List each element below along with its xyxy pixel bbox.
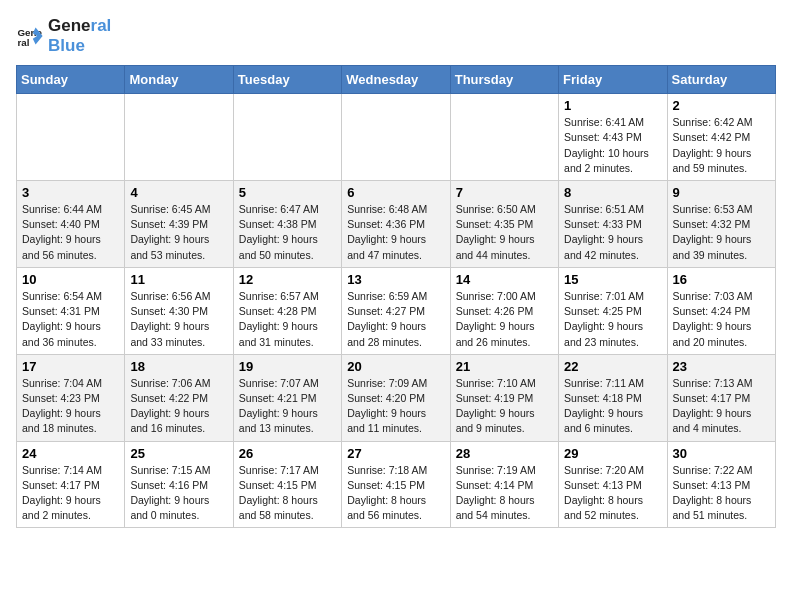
day-cell: 28Sunrise: 7:19 AM Sunset: 4:14 PM Dayli… [450, 441, 558, 528]
day-cell [450, 94, 558, 181]
day-cell: 30Sunrise: 7:22 AM Sunset: 4:13 PM Dayli… [667, 441, 775, 528]
day-info: Sunrise: 6:57 AM Sunset: 4:28 PM Dayligh… [239, 289, 336, 350]
day-info: Sunrise: 7:20 AM Sunset: 4:13 PM Dayligh… [564, 463, 661, 524]
logo-text-blue: Blue [48, 36, 111, 56]
day-cell: 22Sunrise: 7:11 AM Sunset: 4:18 PM Dayli… [559, 354, 667, 441]
day-cell: 4Sunrise: 6:45 AM Sunset: 4:39 PM Daylig… [125, 180, 233, 267]
day-number: 29 [564, 446, 661, 461]
calendar-header-row: SundayMondayTuesdayWednesdayThursdayFrid… [17, 66, 776, 94]
day-info: Sunrise: 7:18 AM Sunset: 4:15 PM Dayligh… [347, 463, 444, 524]
day-number: 6 [347, 185, 444, 200]
day-info: Sunrise: 6:54 AM Sunset: 4:31 PM Dayligh… [22, 289, 119, 350]
day-info: Sunrise: 6:45 AM Sunset: 4:39 PM Dayligh… [130, 202, 227, 263]
day-number: 16 [673, 272, 770, 287]
week-row-3: 10Sunrise: 6:54 AM Sunset: 4:31 PM Dayli… [17, 267, 776, 354]
day-info: Sunrise: 6:41 AM Sunset: 4:43 PM Dayligh… [564, 115, 661, 176]
day-info: Sunrise: 6:51 AM Sunset: 4:33 PM Dayligh… [564, 202, 661, 263]
day-header-sunday: Sunday [17, 66, 125, 94]
day-info: Sunrise: 7:04 AM Sunset: 4:23 PM Dayligh… [22, 376, 119, 437]
day-cell: 10Sunrise: 6:54 AM Sunset: 4:31 PM Dayli… [17, 267, 125, 354]
day-info: Sunrise: 6:53 AM Sunset: 4:32 PM Dayligh… [673, 202, 770, 263]
week-row-5: 24Sunrise: 7:14 AM Sunset: 4:17 PM Dayli… [17, 441, 776, 528]
day-cell: 8Sunrise: 6:51 AM Sunset: 4:33 PM Daylig… [559, 180, 667, 267]
day-cell [125, 94, 233, 181]
svg-text:ral: ral [17, 36, 29, 47]
logo-icon: Gene ral [16, 22, 44, 50]
day-cell: 26Sunrise: 7:17 AM Sunset: 4:15 PM Dayli… [233, 441, 341, 528]
day-number: 4 [130, 185, 227, 200]
calendar: SundayMondayTuesdayWednesdayThursdayFrid… [16, 65, 776, 528]
day-header-tuesday: Tuesday [233, 66, 341, 94]
day-cell [233, 94, 341, 181]
day-number: 26 [239, 446, 336, 461]
day-cell: 23Sunrise: 7:13 AM Sunset: 4:17 PM Dayli… [667, 354, 775, 441]
day-info: Sunrise: 6:48 AM Sunset: 4:36 PM Dayligh… [347, 202, 444, 263]
day-cell: 2Sunrise: 6:42 AM Sunset: 4:42 PM Daylig… [667, 94, 775, 181]
day-number: 13 [347, 272, 444, 287]
day-number: 22 [564, 359, 661, 374]
week-row-1: 1Sunrise: 6:41 AM Sunset: 4:43 PM Daylig… [17, 94, 776, 181]
day-number: 7 [456, 185, 553, 200]
day-number: 15 [564, 272, 661, 287]
day-number: 2 [673, 98, 770, 113]
day-info: Sunrise: 7:13 AM Sunset: 4:17 PM Dayligh… [673, 376, 770, 437]
day-cell: 5Sunrise: 6:47 AM Sunset: 4:38 PM Daylig… [233, 180, 341, 267]
day-cell: 14Sunrise: 7:00 AM Sunset: 4:26 PM Dayli… [450, 267, 558, 354]
day-cell: 3Sunrise: 6:44 AM Sunset: 4:40 PM Daylig… [17, 180, 125, 267]
day-header-wednesday: Wednesday [342, 66, 450, 94]
day-cell: 6Sunrise: 6:48 AM Sunset: 4:36 PM Daylig… [342, 180, 450, 267]
day-cell: 16Sunrise: 7:03 AM Sunset: 4:24 PM Dayli… [667, 267, 775, 354]
day-info: Sunrise: 6:47 AM Sunset: 4:38 PM Dayligh… [239, 202, 336, 263]
day-number: 20 [347, 359, 444, 374]
day-header-thursday: Thursday [450, 66, 558, 94]
day-number: 14 [456, 272, 553, 287]
day-number: 18 [130, 359, 227, 374]
day-cell: 24Sunrise: 7:14 AM Sunset: 4:17 PM Dayli… [17, 441, 125, 528]
day-cell: 17Sunrise: 7:04 AM Sunset: 4:23 PM Dayli… [17, 354, 125, 441]
day-number: 24 [22, 446, 119, 461]
day-cell: 29Sunrise: 7:20 AM Sunset: 4:13 PM Dayli… [559, 441, 667, 528]
day-number: 3 [22, 185, 119, 200]
day-number: 27 [347, 446, 444, 461]
day-cell: 7Sunrise: 6:50 AM Sunset: 4:35 PM Daylig… [450, 180, 558, 267]
day-info: Sunrise: 7:00 AM Sunset: 4:26 PM Dayligh… [456, 289, 553, 350]
day-number: 1 [564, 98, 661, 113]
day-cell: 27Sunrise: 7:18 AM Sunset: 4:15 PM Dayli… [342, 441, 450, 528]
day-number: 17 [22, 359, 119, 374]
day-info: Sunrise: 6:42 AM Sunset: 4:42 PM Dayligh… [673, 115, 770, 176]
day-info: Sunrise: 7:19 AM Sunset: 4:14 PM Dayligh… [456, 463, 553, 524]
day-info: Sunrise: 7:09 AM Sunset: 4:20 PM Dayligh… [347, 376, 444, 437]
day-info: Sunrise: 6:50 AM Sunset: 4:35 PM Dayligh… [456, 202, 553, 263]
day-info: Sunrise: 7:22 AM Sunset: 4:13 PM Dayligh… [673, 463, 770, 524]
day-cell: 25Sunrise: 7:15 AM Sunset: 4:16 PM Dayli… [125, 441, 233, 528]
day-info: Sunrise: 6:59 AM Sunset: 4:27 PM Dayligh… [347, 289, 444, 350]
day-info: Sunrise: 7:06 AM Sunset: 4:22 PM Dayligh… [130, 376, 227, 437]
day-number: 30 [673, 446, 770, 461]
day-info: Sunrise: 7:01 AM Sunset: 4:25 PM Dayligh… [564, 289, 661, 350]
day-number: 5 [239, 185, 336, 200]
day-cell: 1Sunrise: 6:41 AM Sunset: 4:43 PM Daylig… [559, 94, 667, 181]
day-info: Sunrise: 6:44 AM Sunset: 4:40 PM Dayligh… [22, 202, 119, 263]
day-number: 8 [564, 185, 661, 200]
day-cell: 15Sunrise: 7:01 AM Sunset: 4:25 PM Dayli… [559, 267, 667, 354]
day-info: Sunrise: 7:07 AM Sunset: 4:21 PM Dayligh… [239, 376, 336, 437]
day-number: 25 [130, 446, 227, 461]
day-info: Sunrise: 7:14 AM Sunset: 4:17 PM Dayligh… [22, 463, 119, 524]
day-info: Sunrise: 7:11 AM Sunset: 4:18 PM Dayligh… [564, 376, 661, 437]
day-cell: 20Sunrise: 7:09 AM Sunset: 4:20 PM Dayli… [342, 354, 450, 441]
day-info: Sunrise: 7:17 AM Sunset: 4:15 PM Dayligh… [239, 463, 336, 524]
day-cell: 18Sunrise: 7:06 AM Sunset: 4:22 PM Dayli… [125, 354, 233, 441]
day-cell: 21Sunrise: 7:10 AM Sunset: 4:19 PM Dayli… [450, 354, 558, 441]
day-cell [17, 94, 125, 181]
day-cell: 11Sunrise: 6:56 AM Sunset: 4:30 PM Dayli… [125, 267, 233, 354]
day-number: 21 [456, 359, 553, 374]
day-cell [342, 94, 450, 181]
week-row-2: 3Sunrise: 6:44 AM Sunset: 4:40 PM Daylig… [17, 180, 776, 267]
day-cell: 9Sunrise: 6:53 AM Sunset: 4:32 PM Daylig… [667, 180, 775, 267]
day-info: Sunrise: 6:56 AM Sunset: 4:30 PM Dayligh… [130, 289, 227, 350]
day-info: Sunrise: 7:10 AM Sunset: 4:19 PM Dayligh… [456, 376, 553, 437]
day-info: Sunrise: 7:15 AM Sunset: 4:16 PM Dayligh… [130, 463, 227, 524]
day-number: 19 [239, 359, 336, 374]
day-info: Sunrise: 7:03 AM Sunset: 4:24 PM Dayligh… [673, 289, 770, 350]
day-number: 9 [673, 185, 770, 200]
